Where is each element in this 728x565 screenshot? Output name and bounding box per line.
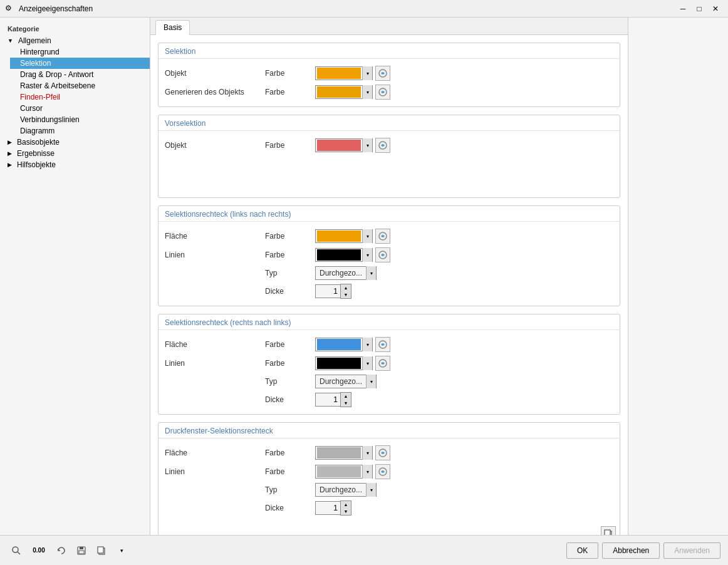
rl-linien-label: Linien	[165, 359, 265, 368]
lr-flaeche-color-swatch	[317, 231, 361, 242]
lr-flaeche-arrow: ▾	[362, 229, 372, 243]
lr-linien-arrow: ▾	[362, 248, 372, 262]
lr-flaeche-label: Fläche	[165, 232, 265, 241]
rl-typ-row: Typ Durchgezo... ▾	[165, 373, 613, 390]
abbrechen-button[interactable]: Abbrechen	[602, 542, 660, 559]
selektion-objekt-color-dropdown[interactable]: ▾	[315, 66, 373, 80]
sidebar-item-finden-pfeil[interactable]: Finden-Pfeil	[10, 91, 150, 103]
ok-button[interactable]: OK	[566, 542, 598, 559]
sidebar-item-diagramm[interactable]: Diagramm	[10, 125, 150, 137]
druck-dicke-row: Dicke ▲ ▼	[165, 499, 613, 517]
druck-dicke-input[interactable]	[315, 501, 340, 515]
druck-flaeche-arrow: ▾	[362, 446, 372, 460]
lr-linien-picker-btn[interactable]	[375, 247, 390, 262]
rl-typ-dropdown[interactable]: Durchgezo... ▾	[315, 375, 377, 388]
rl-typ-value: Durchgezo...	[316, 377, 366, 386]
druck-typ-value: Durchgezo...	[316, 485, 366, 494]
lr-flaeche-picker-btn[interactable]	[375, 229, 390, 244]
sidebar-group-allgemein[interactable]: Allgemein	[0, 35, 150, 46]
druck-linien-label: Linien	[165, 467, 265, 476]
toolbar-copy-btn[interactable]	[93, 542, 110, 559]
minimize-button[interactable]: ─	[675, 3, 690, 15]
lr-typ-dropdown[interactable]: Durchgezo... ▾	[315, 266, 377, 280]
druck-linien-picker-btn[interactable]	[375, 464, 390, 479]
svg-rect-17	[98, 547, 103, 553]
rl-linien-picker-btn[interactable]	[375, 356, 390, 371]
rl-flaeche-label: Fläche	[165, 340, 265, 349]
lr-typ-value: Durchgezo...	[316, 269, 366, 277]
window-title: Anzeigeeigenschaften	[19, 4, 93, 13]
lr-flaeche-type: Farbe	[265, 232, 315, 241]
sidebar-group-basisobjekte[interactable]: Basisobjekte	[0, 137, 150, 148]
sidebar-group-hilfsobjekte[interactable]: Hilfsobjekte	[0, 159, 150, 170]
section-body-selektion: Objekt Farbe ▾	[159, 59, 620, 106]
svg-line-12	[18, 552, 20, 554]
druck-flaeche-picker-btn[interactable]	[375, 445, 390, 460]
toolbar-dropdown-btn[interactable]: ▾	[113, 542, 130, 559]
rl-dicke-row: Dicke ▲ ▼	[165, 390, 613, 409]
rl-flaeche-picker-btn[interactable]	[375, 337, 390, 352]
rl-linien-row: Linien Farbe ▾	[165, 354, 613, 373]
druck-typ-dropdown[interactable]: Durchgezo... ▾	[315, 483, 377, 497]
rl-dicke-spinner: ▲ ▼	[315, 392, 351, 407]
selektion-objekt-picker-btn[interactable]	[375, 66, 390, 81]
maximize-button[interactable]: □	[692, 3, 707, 15]
rl-dicke-down-btn[interactable]: ▼	[341, 400, 351, 407]
selektion-objekt-type: Farbe	[265, 69, 315, 78]
sidebar-group-label-ergebnisse: Ergebnisse	[17, 149, 55, 158]
sidebar-item-drag-drop[interactable]: Drag & Drop - Antwort	[10, 69, 150, 80]
lr-dicke-input[interactable]	[315, 284, 340, 298]
sidebar-item-selektion[interactable]: Selektion	[10, 58, 150, 69]
title-bar: ⚙ Anzeigeeigenschaften ─ □ ✕	[0, 0, 728, 18]
section-title-druckfenster: Druckfenster-Selektionsrechteck	[159, 423, 620, 438]
selektion-generieren-row: Generieren des Objekts Farbe ▾	[165, 83, 613, 101]
lr-dicke-down-btn[interactable]: ▼	[341, 291, 351, 298]
toolbar-save-btn[interactable]	[73, 542, 90, 559]
sidebar-item-verbindungslinien[interactable]: Verbindungslinien	[10, 114, 150, 125]
vorselektion-objekt-picker-btn[interactable]	[375, 138, 390, 153]
copy-btn[interactable]	[601, 526, 616, 535]
section-title-selektion: Selektion	[159, 43, 620, 59]
druck-dicke-down-btn[interactable]: ▼	[341, 508, 351, 515]
section-druckfenster: Druckfenster-Selektionsrechteck Fläche F…	[158, 422, 620, 535]
bottom-bar: 0.00 ▾ OK Abbrechen Anwenden	[0, 535, 728, 565]
close-button[interactable]: ✕	[708, 3, 723, 15]
lr-flaeche-color-dropdown[interactable]: ▾	[315, 229, 373, 243]
toolbar-search-btn[interactable]	[8, 542, 25, 559]
sidebar-item-cursor[interactable]: Cursor	[10, 103, 150, 114]
rl-linien-color-dropdown[interactable]: ▾	[315, 356, 373, 370]
main-layout: Kategorie Allgemein Hintergrund Selektio…	[0, 18, 728, 535]
druck-flaeche-color-dropdown[interactable]: ▾	[315, 446, 373, 460]
rl-dicke-up-btn[interactable]: ▲	[341, 393, 351, 400]
sidebar-group-ergebnisse[interactable]: Ergebnisse	[0, 148, 150, 159]
tab-basis[interactable]: Basis	[155, 20, 190, 35]
toolbar-refresh-btn[interactable]	[53, 542, 70, 559]
druck-linien-color-swatch	[317, 466, 361, 477]
druck-dicke-up-btn[interactable]: ▲	[341, 501, 351, 508]
section-body-druckfenster: Fläche Farbe ▾ Lin	[159, 438, 620, 522]
vorselektion-objekt-control: ▾	[315, 138, 390, 153]
section-title-lr: Selektionsrechteck (links nach rechts)	[159, 206, 620, 222]
sidebar-item-hintergrund[interactable]: Hintergrund	[10, 46, 150, 58]
anwenden-button[interactable]: Anwenden	[663, 542, 720, 559]
lr-linien-control: ▾	[315, 247, 390, 262]
app-icon: ⚙	[5, 4, 15, 14]
rl-dicke-input[interactable]	[315, 393, 340, 407]
vorselektion-objekt-color-dropdown[interactable]: ▾	[315, 138, 373, 152]
lr-dicke-spinner: ▲ ▼	[315, 284, 351, 299]
rl-flaeche-color-dropdown[interactable]: ▾	[315, 338, 373, 351]
druck-dicke-type: Dicke	[265, 504, 315, 512]
lr-linien-row: Linien Farbe ▾	[165, 246, 613, 264]
sidebar-item-raster[interactable]: Raster & Arbeitsebene	[10, 80, 150, 91]
selektion-generieren-color-dropdown[interactable]: ▾	[315, 85, 373, 99]
selektion-generieren-picker-btn[interactable]	[375, 85, 390, 100]
lr-linien-color-dropdown[interactable]: ▾	[315, 248, 373, 262]
druck-linien-color-dropdown[interactable]: ▾	[315, 465, 373, 479]
lr-dicke-spinner-btns: ▲ ▼	[340, 284, 351, 299]
lr-dicke-up-btn[interactable]: ▲	[341, 284, 351, 291]
section-title-rl: Selektionsrechteck (rechts nach links)	[159, 314, 620, 330]
toolbar-value-btn[interactable]: 0.00	[28, 542, 50, 559]
copy-icon-area	[159, 522, 620, 535]
section-rl: Selektionsrechteck (rechts nach links) F…	[158, 314, 620, 415]
sidebar-header: Kategorie	[0, 23, 150, 35]
